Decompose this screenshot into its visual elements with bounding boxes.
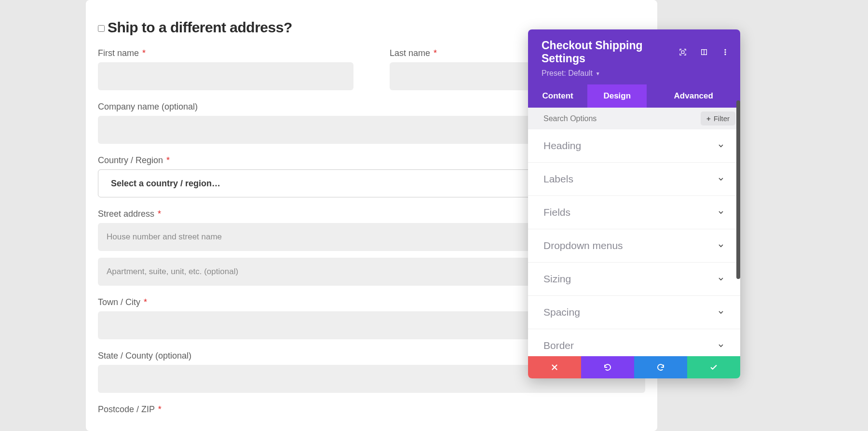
panel-footer [528, 356, 740, 378]
option-border[interactable]: Border [528, 329, 740, 356]
panel-header: Checkout Shipping Settings Preset: Defau… [528, 29, 740, 84]
chevron-down-icon [717, 209, 725, 216]
svg-point-4 [725, 52, 726, 53]
option-labels[interactable]: Labels [528, 163, 740, 196]
postcode-label: Postcode / ZIP * [98, 404, 645, 415]
save-button[interactable] [687, 356, 740, 378]
option-spacing[interactable]: Spacing [528, 296, 740, 329]
chevron-down-icon [717, 308, 725, 316]
preset-dropdown[interactable]: Preset: Default ▼ [542, 69, 730, 78]
option-sizing[interactable]: Sizing [528, 263, 740, 296]
svg-rect-0 [681, 51, 684, 53]
expand-icon[interactable] [678, 48, 687, 56]
option-label: Spacing [543, 306, 580, 318]
scrollbar[interactable] [736, 100, 740, 279]
options-list[interactable]: HeadingLabelsFieldsDropdown menusSizingS… [528, 129, 740, 356]
option-label: Heading [543, 140, 581, 152]
chevron-down-icon [717, 142, 725, 150]
tab-advanced[interactable]: Advanced [647, 84, 740, 108]
undo-button[interactable] [581, 356, 634, 378]
option-label: Dropdown menus [543, 240, 623, 251]
panel-title: Checkout Shipping Settings [542, 39, 678, 65]
option-label: Labels [543, 173, 573, 185]
option-label: Border [543, 340, 574, 351]
svg-point-3 [725, 49, 726, 51]
cancel-button[interactable] [528, 356, 581, 378]
chevron-down-icon [717, 342, 725, 349]
option-dropdown-menus[interactable]: Dropdown menus [528, 229, 740, 263]
first-name-input[interactable] [98, 62, 353, 90]
tab-design[interactable]: Design [587, 84, 647, 108]
redo-button[interactable] [634, 356, 687, 378]
search-row: + Filter [528, 108, 740, 129]
plus-icon: + [706, 114, 711, 123]
option-fields[interactable]: Fields [528, 196, 740, 229]
option-label: Fields [543, 207, 570, 218]
filter-button[interactable]: + Filter [701, 111, 735, 125]
option-heading[interactable]: Heading [528, 129, 740, 163]
settings-panel: Checkout Shipping Settings Preset: Defau… [528, 29, 740, 378]
ship-different-checkbox[interactable] [98, 25, 105, 32]
option-label: Sizing [543, 273, 571, 285]
chevron-down-icon [717, 275, 725, 283]
svg-point-5 [725, 54, 726, 55]
more-icon[interactable] [721, 48, 730, 56]
tab-content[interactable]: Content [528, 84, 587, 108]
search-options-input[interactable] [543, 114, 701, 123]
first-name-label: First name * [98, 48, 353, 58]
chevron-down-icon [717, 175, 725, 183]
chevron-down-icon [717, 242, 725, 250]
columns-icon[interactable] [700, 48, 708, 56]
page-title: Ship to a different address? [108, 19, 292, 36]
caret-down-icon: ▼ [596, 71, 600, 76]
panel-tabs: Content Design Advanced [528, 84, 740, 108]
